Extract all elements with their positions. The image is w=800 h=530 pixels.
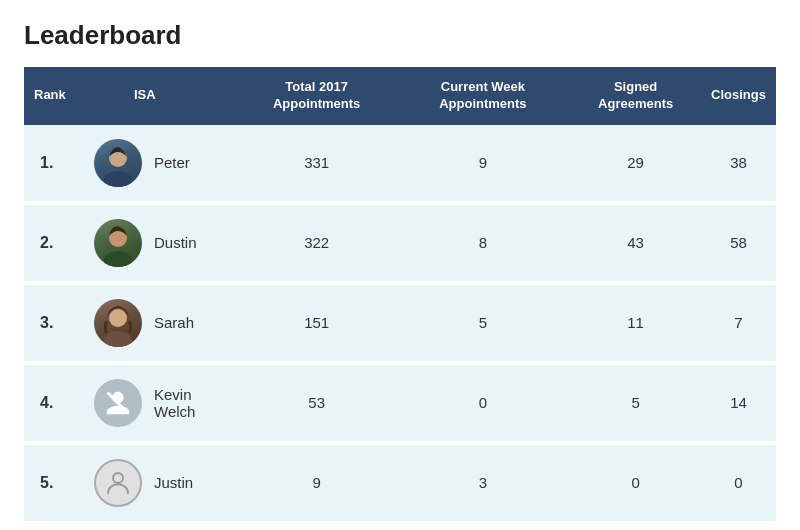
svg-point-5 xyxy=(104,331,132,347)
table-row: 4. Kevin Welch 53 0 5 14 xyxy=(24,363,776,443)
rank-cell: 1. xyxy=(24,125,84,203)
rank-cell: 2. xyxy=(24,203,84,283)
svg-point-3 xyxy=(104,251,132,267)
isa-name: Peter xyxy=(154,154,190,171)
avatar xyxy=(94,219,142,267)
current-week-cell: 0 xyxy=(396,363,571,443)
svg-point-1 xyxy=(104,171,132,187)
table-row: 3. Sarah 151 5 11 7 xyxy=(24,283,776,363)
isa-cell: Sarah xyxy=(84,283,238,363)
closings-cell: 14 xyxy=(701,363,776,443)
isa-name: Sarah xyxy=(154,314,194,331)
current-week-cell: 9 xyxy=(396,125,571,203)
col-isa: ISA xyxy=(84,67,238,125)
current-week-cell: 8 xyxy=(396,203,571,283)
isa-cell: Dustin xyxy=(84,203,238,283)
table-row: 5. Justin 9 3 0 0 xyxy=(24,443,776,523)
avatar xyxy=(94,139,142,187)
total-appointments-cell: 53 xyxy=(238,363,396,443)
leaderboard-table: Rank ISA Total 2017 Appointments Current… xyxy=(24,67,776,525)
svg-point-7 xyxy=(113,473,123,483)
signed-agreements-cell: 5 xyxy=(570,363,701,443)
signed-agreements-cell: 29 xyxy=(570,125,701,203)
closings-cell: 7 xyxy=(701,283,776,363)
current-week-cell: 5 xyxy=(396,283,571,363)
table-row: 1. Peter 331 9 29 38 xyxy=(24,125,776,203)
signed-agreements-cell: 0 xyxy=(570,443,701,523)
rank-cell: 5. xyxy=(24,443,84,523)
svg-point-4 xyxy=(109,309,127,327)
isa-name: Dustin xyxy=(154,234,197,251)
col-rank: Rank xyxy=(24,67,84,125)
isa-cell: Kevin Welch xyxy=(84,363,238,443)
col-closings: Closings xyxy=(701,67,776,125)
avatar xyxy=(94,379,142,427)
isa-cell: Justin xyxy=(84,443,238,523)
col-current-week: Current Week Appointments xyxy=(396,67,571,125)
table-header-row: Rank ISA Total 2017 Appointments Current… xyxy=(24,67,776,125)
total-appointments-cell: 151 xyxy=(238,283,396,363)
total-appointments-cell: 322 xyxy=(238,203,396,283)
rank-cell: 4. xyxy=(24,363,84,443)
signed-agreements-cell: 11 xyxy=(570,283,701,363)
current-week-cell: 3 xyxy=(396,443,571,523)
avatar xyxy=(94,299,142,347)
signed-agreements-cell: 43 xyxy=(570,203,701,283)
total-appointments-cell: 9 xyxy=(238,443,396,523)
col-signed-agreements: Signed Agreements xyxy=(570,67,701,125)
page-title: Leaderboard xyxy=(24,20,776,51)
isa-name: Kevin Welch xyxy=(154,386,228,420)
isa-name: Justin xyxy=(154,474,193,491)
avatar xyxy=(94,459,142,507)
rank-cell: 3. xyxy=(24,283,84,363)
closings-cell: 58 xyxy=(701,203,776,283)
col-total-appointments: Total 2017 Appointments xyxy=(238,67,396,125)
table-row: 2. Dustin 322 8 43 58 xyxy=(24,203,776,283)
isa-cell: Peter xyxy=(84,125,238,203)
closings-cell: 38 xyxy=(701,125,776,203)
total-appointments-cell: 331 xyxy=(238,125,396,203)
closings-cell: 0 xyxy=(701,443,776,523)
